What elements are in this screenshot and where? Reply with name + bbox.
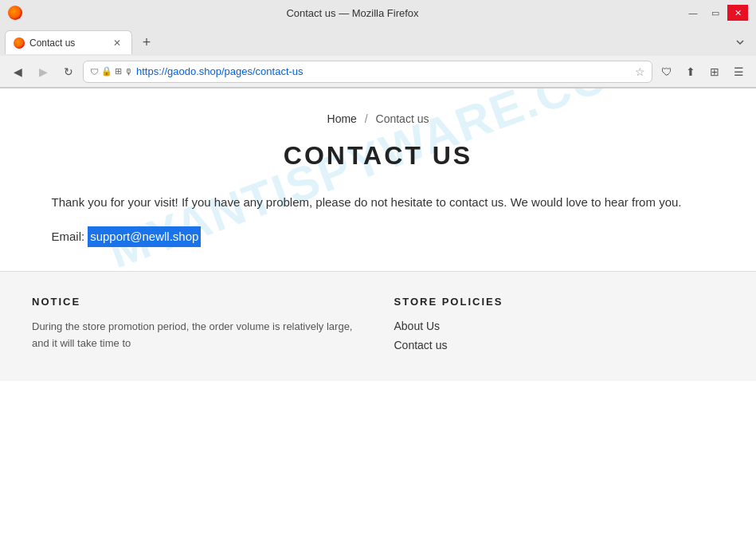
list-item: Contact us bbox=[394, 338, 725, 352]
notice-heading: NOTICE bbox=[32, 296, 362, 308]
breadcrumb-home[interactable]: Home bbox=[327, 112, 357, 125]
security-icons: 🛡 🔒 ⊞ 🎙 bbox=[90, 66, 133, 77]
contact-us-link[interactable]: Contact us bbox=[394, 339, 448, 351]
minimize-button[interactable]: — bbox=[683, 5, 703, 21]
back-button[interactable]: ◀ bbox=[6, 61, 29, 83]
window-controls: — ▭ ✕ bbox=[683, 5, 748, 21]
breadcrumb-current: Contact us bbox=[376, 112, 429, 125]
email-label: Email: bbox=[52, 227, 85, 246]
extensions-icon[interactable]: ⊞ bbox=[703, 61, 726, 83]
shield-icon: 🛡 bbox=[90, 67, 99, 77]
tab-close-button[interactable]: ✕ bbox=[111, 37, 123, 49]
footer-links-list: About Us Contact us bbox=[394, 319, 725, 352]
tab-favicon bbox=[14, 37, 25, 49]
close-button[interactable]: ✕ bbox=[727, 5, 748, 21]
title-bar: Contact us — Mozilla Firefox — ▭ ✕ bbox=[0, 0, 756, 26]
tab-contact-us[interactable]: Contact us ✕ bbox=[5, 30, 132, 54]
new-tab-button[interactable]: + bbox=[135, 31, 158, 53]
container-icon[interactable]: 🛡 bbox=[656, 61, 678, 83]
maximize-button[interactable]: ▭ bbox=[705, 5, 726, 21]
upload-icon[interactable]: ⬆ bbox=[680, 61, 702, 83]
about-us-link[interactable]: About Us bbox=[394, 320, 441, 332]
mic-icon: 🎙 bbox=[124, 67, 133, 77]
intro-text: Thank you for your visit! If you have an… bbox=[52, 193, 705, 212]
policies-heading: STORE POLICIES bbox=[394, 296, 725, 308]
email-line: Email: support@newll.shop bbox=[52, 226, 705, 247]
main-content: MYANTISPYWARE.COM Home / Contact us CONT… bbox=[20, 88, 737, 271]
page-body: Thank you for your visit! If you have an… bbox=[52, 193, 705, 247]
lock-icon: 🔒 bbox=[101, 66, 112, 77]
tab-label: Contact us bbox=[29, 37, 106, 49]
footer-policies-col: STORE POLICIES About Us Contact us bbox=[394, 296, 725, 357]
reload-button[interactable]: ↻ bbox=[57, 61, 80, 83]
page-content: MYANTISPYWARE.COM Home / Contact us CONT… bbox=[0, 88, 756, 534]
list-item: About Us bbox=[394, 319, 725, 333]
toolbar-icons: 🛡 ⬆ ⊞ ☰ bbox=[656, 61, 750, 83]
address-bar-row: ◀ ▶ ↻ 🛡 🔒 ⊞ 🎙 ☆ 🛡 ⬆ ⊞ ☰ bbox=[0, 56, 756, 88]
tab-overflow-button[interactable] bbox=[729, 31, 751, 53]
forward-button[interactable]: ▶ bbox=[32, 61, 54, 83]
title-bar-left bbox=[8, 6, 22, 20]
window-title: Contact us — Mozilla Firefox bbox=[22, 7, 683, 19]
browser-chrome: Contact us — Mozilla Firefox — ▭ ✕ Conta… bbox=[0, 0, 756, 88]
tab-bar: Contact us ✕ + bbox=[0, 26, 756, 56]
address-bar[interactable]: 🛡 🔒 ⊞ 🎙 ☆ bbox=[83, 61, 652, 83]
page-title: CONTACT US bbox=[52, 141, 705, 171]
url-input[interactable] bbox=[136, 65, 632, 77]
email-link[interactable]: support@newll.shop bbox=[88, 226, 201, 247]
footer: NOTICE During the store promotion period… bbox=[0, 271, 756, 381]
breadcrumb-separator: / bbox=[365, 112, 368, 125]
firefox-icon bbox=[8, 6, 22, 20]
notice-text: During the store promotion period, the o… bbox=[32, 319, 362, 352]
bookmark-star-icon[interactable]: ☆ bbox=[635, 65, 645, 78]
menu-button[interactable]: ☰ bbox=[727, 61, 750, 83]
footer-notice-col: NOTICE During the store promotion period… bbox=[32, 296, 362, 357]
breadcrumb: Home / Contact us bbox=[52, 112, 705, 125]
extra-security-icon: ⊞ bbox=[115, 66, 122, 77]
chevron-down-icon bbox=[735, 37, 745, 47]
